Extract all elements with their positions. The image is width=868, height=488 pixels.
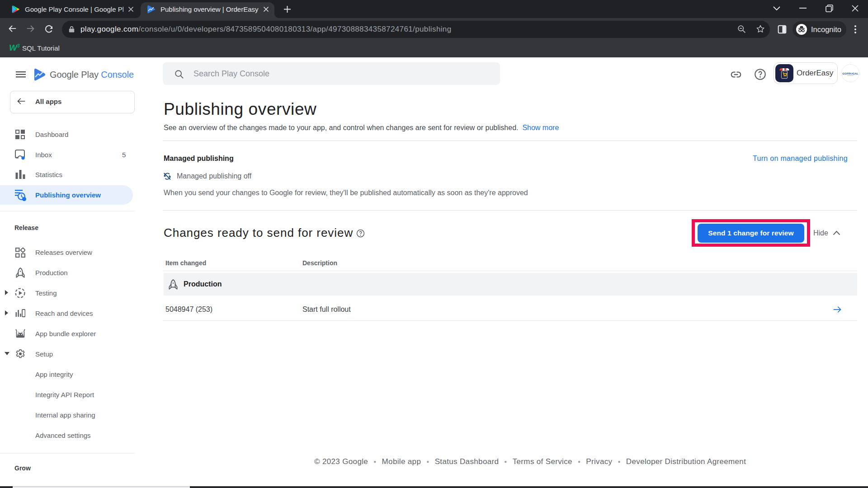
svg-text:GOFRUGAL: GOFRUGAL [842, 72, 859, 75]
